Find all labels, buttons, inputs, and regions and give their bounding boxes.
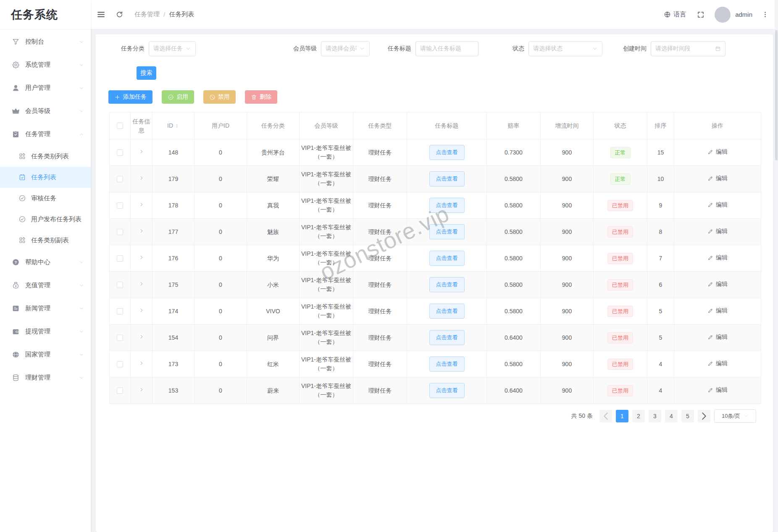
page-button-2[interactable]: 2: [632, 410, 645, 422]
sidebar-item-10[interactable]: 理财管理: [0, 366, 91, 389]
member-level-select[interactable]: 请选择会员等级: [321, 41, 370, 56]
edit-button[interactable]: 编辑: [707, 385, 728, 394]
row-expand-icon[interactable]: [139, 202, 145, 207]
page-scrollbar[interactable]: [775, 0, 778, 532]
sidebar-item-6[interactable]: ¥ 充值管理: [0, 274, 91, 297]
row-expand-icon[interactable]: [139, 228, 145, 234]
edit-button[interactable]: 编辑: [707, 227, 728, 236]
edit-button[interactable]: 编辑: [707, 306, 728, 315]
row-checkbox[interactable]: [117, 176, 123, 182]
disable-button[interactable]: 禁用: [203, 90, 236, 104]
sidebar-item-5[interactable]: ? 帮助中心: [0, 251, 91, 274]
sidebar-item-2[interactable]: 用户管理: [0, 76, 91, 100]
table-row: 173 0 红米 VIP1-老爷车蚕丝被（一套） 理财任务 点击查看 0.580…: [110, 351, 761, 377]
top-header: 任务管理 / 任务列表 语言 admin: [91, 0, 778, 29]
row-expand-icon[interactable]: [139, 254, 145, 260]
view-task-button[interactable]: 点击查看: [429, 356, 465, 372]
view-task-button[interactable]: 点击查看: [429, 145, 465, 160]
view-task-button[interactable]: 点击查看: [429, 251, 465, 266]
row-checkbox[interactable]: [117, 202, 123, 209]
sidebar-subitem[interactable]: 任务类别副表: [0, 230, 91, 251]
sidebar-subitem[interactable]: 用户发布任务列表: [0, 209, 91, 230]
view-task-button[interactable]: 点击查看: [429, 198, 465, 213]
page-size-select[interactable]: 10条/页: [714, 409, 756, 423]
sidebar-item-1[interactable]: 系统管理: [0, 53, 91, 76]
row-expand-icon[interactable]: [139, 281, 145, 287]
main-area: 任务管理 / 任务列表 语言 admin 任务分类 请选择任务分类: [91, 0, 778, 532]
hamburger-icon[interactable]: [97, 10, 105, 19]
view-task-button[interactable]: 点击查看: [429, 171, 465, 186]
add-task-button[interactable]: 添加任务: [108, 90, 152, 104]
row-checkbox[interactable]: [117, 149, 123, 156]
sidebar-item-4[interactable]: 任务管理: [0, 123, 91, 146]
edit-button[interactable]: 编辑: [707, 359, 728, 368]
prev-page-button[interactable]: [599, 410, 612, 422]
row-expand-icon[interactable]: [139, 334, 145, 340]
page-button-1[interactable]: 1: [616, 410, 628, 422]
sidebar-subitem[interactable]: 审核任务: [0, 188, 91, 209]
refresh-icon[interactable]: [116, 10, 124, 18]
row-checkbox[interactable]: [117, 388, 123, 394]
cell-category: 真我: [247, 192, 300, 219]
row-expand-icon[interactable]: [139, 175, 145, 181]
task-category-select[interactable]: 请选择任务分类: [149, 41, 196, 56]
row-checkbox[interactable]: [117, 229, 123, 235]
scrollbar-thumb[interactable]: [775, 30, 778, 160]
sidebar-subitem[interactable]: 任务类别列表: [0, 146, 91, 167]
next-page-button[interactable]: [698, 410, 710, 422]
sidebar-subitem[interactable]: 任务列表: [0, 167, 91, 188]
table-row: 177 0 魅族 VIP1-老爷车蚕丝被（一套） 理财任务 点击查看 0.580…: [110, 219, 761, 245]
cell-flow-time: 900: [541, 245, 594, 272]
column-header-id[interactable]: ID: [152, 113, 194, 139]
row-checkbox[interactable]: [117, 335, 123, 341]
edit-button[interactable]: 编辑: [707, 333, 728, 341]
page-button-5[interactable]: 5: [681, 410, 694, 422]
view-task-button[interactable]: 点击查看: [429, 277, 465, 292]
sidebar-item-0[interactable]: 控制台: [0, 30, 91, 53]
view-task-button[interactable]: 点击查看: [429, 224, 465, 239]
sidebar-item-9[interactable]: 国家管理: [0, 343, 91, 366]
created-time-date-input[interactable]: 请选择时间段: [651, 41, 725, 56]
edit-button[interactable]: 编辑: [707, 174, 728, 183]
sidebar-item-3[interactable]: 会员等级: [0, 100, 91, 123]
task-title-input[interactable]: 请输入任务标题: [415, 41, 478, 56]
enable-button[interactable]: 启用: [162, 90, 194, 104]
sidebar-item-7[interactable]: 新闻管理: [0, 297, 91, 320]
fullscreen-icon[interactable]: [697, 11, 704, 18]
search-button[interactable]: 搜索: [137, 66, 156, 80]
sidebar-item-label: 提现管理: [25, 328, 79, 335]
language-switch[interactable]: 语言: [664, 10, 686, 18]
sidebar-item-label: 用户管理: [25, 84, 79, 92]
sidebar-item-label: 任务管理: [25, 130, 79, 138]
status-select[interactable]: 请选择状态: [528, 41, 602, 56]
view-task-button[interactable]: 点击查看: [429, 383, 465, 398]
edit-button[interactable]: 编辑: [707, 253, 728, 262]
row-checkbox[interactable]: [117, 361, 123, 367]
row-expand-icon[interactable]: [139, 149, 145, 155]
sidebar-item-8[interactable]: 提现管理: [0, 320, 91, 343]
page-button-3[interactable]: 3: [649, 410, 661, 422]
cell-flow-time: 900: [541, 219, 594, 245]
cell-id: 154: [152, 325, 194, 351]
row-expand-icon[interactable]: [139, 360, 145, 366]
view-task-button[interactable]: 点击查看: [429, 304, 465, 319]
breadcrumb-item[interactable]: 任务管理: [134, 10, 160, 18]
select-all-checkbox[interactable]: [117, 123, 123, 129]
more-menu-icon[interactable]: [762, 11, 769, 18]
edit-button[interactable]: 编辑: [707, 280, 728, 288]
avatar[interactable]: [715, 7, 731, 23]
sort-caret-icon[interactable]: [174, 123, 179, 128]
username[interactable]: admin: [735, 11, 752, 18]
row-checkbox[interactable]: [117, 308, 123, 314]
row-checkbox[interactable]: [117, 282, 123, 288]
svg-text:?: ?: [15, 260, 17, 265]
row-expand-icon[interactable]: [139, 307, 145, 313]
row-checkbox[interactable]: [117, 255, 123, 262]
edit-button[interactable]: 编辑: [707, 200, 728, 209]
edit-button[interactable]: 编辑: [707, 147, 728, 156]
delete-button[interactable]: 删除: [245, 90, 277, 104]
grid-icon: [18, 152, 26, 160]
page-button-4[interactable]: 4: [665, 410, 678, 422]
row-expand-icon[interactable]: [139, 387, 145, 393]
view-task-button[interactable]: 点击查看: [429, 330, 465, 345]
